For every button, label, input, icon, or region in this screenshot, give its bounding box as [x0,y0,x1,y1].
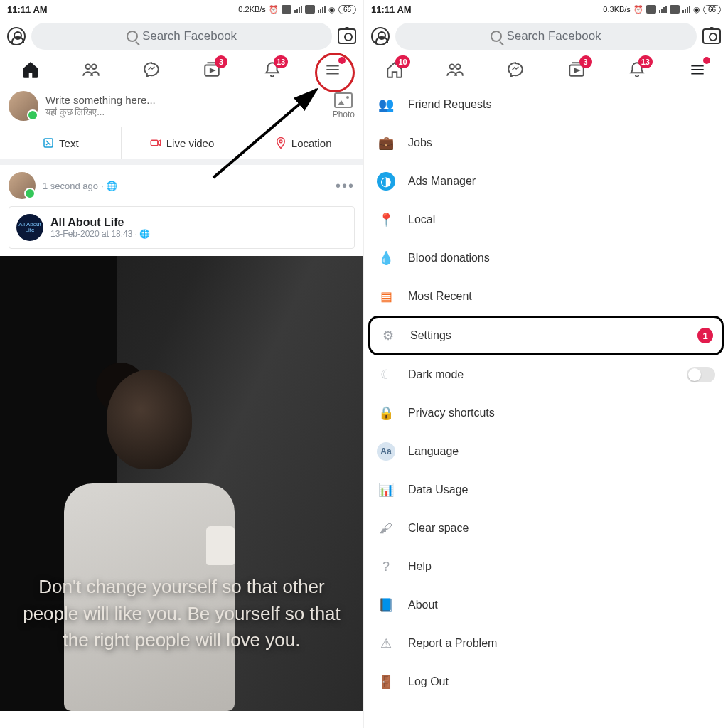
tab-videos[interactable]: 3 [562,55,591,84]
menu-item-language[interactable]: AaLanguage [364,432,728,471]
menu-label: Report a Problem [408,637,497,650]
tab-notifications[interactable]: 13 [258,55,287,84]
menu-item-report-a-problem[interactable]: ⚠Report a Problem [364,624,728,663]
menu-label: Privacy shortcuts [408,407,495,419]
photo-icon [334,92,353,108]
composer-placeholder[interactable]: Write something here... यहां कुछ लिखिए..… [46,93,326,119]
menu-item-settings[interactable]: ⚙Settings1 [368,316,724,355]
right-screen: 11:11 AM 0.3KB/s ⏰ ◉ 66 Search Facebook … [364,0,728,728]
menu-item-help[interactable]: ?Help [364,547,728,586]
menu-label: Help [408,560,432,573]
menu-label: Ads Manager [408,175,476,188]
tab-videos[interactable]: 3 [198,55,226,84]
tab-bar: 3 13 [0,54,363,85]
volte-icon [305,5,315,14]
signal-icon [294,6,302,13]
menu-item-clear-space[interactable]: 🖌Clear space [364,509,728,547]
composer-text-button[interactable]: Text [0,127,122,159]
search-icon [491,31,502,42]
menu-icon: ☾ [377,365,395,384]
menu-dot [703,57,710,64]
post-avatar[interactable] [9,172,36,199]
volte-icon [282,5,291,14]
search-input[interactable]: Search Facebook [31,23,332,50]
menu-item-friend-requests[interactable]: 👥Friend Requests [364,85,728,124]
menu-label: Most Recent [408,290,472,303]
svg-point-6 [279,140,282,143]
composer[interactable]: Write something here... यहां कुछ लिखिए..… [0,85,363,127]
search-placeholder: Search Facebook [506,29,601,43]
menu-icon: 💧 [377,249,395,267]
home-badge: 10 [395,55,410,68]
post-options-icon[interactable]: ••• [336,178,355,194]
menu-label: Data Usage [408,483,469,496]
tab-notifications[interactable]: 13 [623,55,651,84]
page-sub: 13-Feb-2020 at 18:43 · 🌐 [50,229,150,239]
tab-home[interactable]: 10 [380,55,409,84]
post-time: 1 second ago· 🌐 [43,181,117,191]
camera-icon[interactable] [338,28,356,44]
tab-messenger[interactable] [137,55,166,84]
menu-icon: 📍 [377,210,395,229]
signal-icon [682,6,690,13]
menu-item-data-usage[interactable]: 📊Data Usage [364,471,728,509]
search-input[interactable]: Search Facebook [395,23,697,50]
menu-item-blood-donations[interactable]: 💧Blood donations [364,239,728,277]
tab-friends[interactable] [441,55,469,84]
shared-post-card[interactable]: All About Life All About Life 13-Feb-202… [9,206,355,249]
menu-item-privacy-shortcuts[interactable]: 🔒Privacy shortcuts [364,394,728,432]
wifi-icon: ◉ [693,5,700,14]
menu-dot [338,57,346,64]
tab-friends[interactable] [77,55,105,84]
svg-point-1 [92,64,97,69]
tab-menu[interactable] [683,55,712,84]
menu-icon: ⚠ [377,634,395,653]
tab-messenger[interactable] [501,55,530,84]
battery-icon: 66 [338,5,356,14]
menu-item-ads-manager[interactable]: ◑Ads Manager [364,162,728,200]
menu-item-most-recent[interactable]: ▤Most Recent [364,277,728,316]
page-avatar: All About Life [16,214,43,241]
svg-point-0 [85,64,90,69]
search-placeholder: Search Facebook [142,29,237,43]
menu-item-log-out[interactable]: 🚪Log Out [364,663,728,701]
composer-location-button[interactable]: Location [242,127,363,159]
svg-rect-5 [151,140,158,146]
tab-home[interactable] [16,55,45,84]
tab-menu[interactable] [318,55,347,84]
notif-badge: 13 [638,55,653,68]
menu-item-dark-mode[interactable]: ☾Dark mode [364,355,728,394]
menu-icon: 📘 [377,596,395,614]
menu-label: Friend Requests [408,98,491,111]
battery-icon: 66 [703,5,721,14]
menu-label: Local [408,213,435,226]
videos-badge: 3 [579,55,592,68]
dark-mode-toggle[interactable] [687,367,715,382]
page-name: All About Life [50,216,150,229]
menu-icon: ▤ [377,287,395,306]
status-bar: 11:11 AM 0.3KB/s ⏰ ◉ 66 [364,0,728,18]
menu-icon: 💼 [377,134,395,152]
camera-icon[interactable] [702,28,721,44]
svg-point-8 [456,64,461,69]
profile-icon[interactable] [371,27,390,46]
menu-item-local[interactable]: 📍Local [364,200,728,239]
tab-bar: 10 3 13 [364,54,728,85]
user-avatar[interactable] [9,91,38,121]
menu-item-about[interactable]: 📘About [364,586,728,624]
composer-live-button[interactable]: Live video [122,127,243,159]
left-screen: 11:11 AM 0.2KB/s ⏰ ◉ 66 Search Facebook [0,0,364,728]
menu-label: Settings [410,329,451,342]
menu-label: Language [408,445,459,458]
photo-button[interactable]: Photo [333,92,355,119]
menu-label: Clear space [408,522,469,535]
menu-item-jobs[interactable]: 💼Jobs [364,124,728,162]
menu-badge: 1 [697,328,713,343]
post-image[interactable]: Don't change yourself so that other peop… [0,256,363,711]
status-speed: 0.2KB/s [238,5,266,14]
menu-icon: 🚪 [377,673,395,691]
divider [0,159,363,165]
profile-icon[interactable] [7,27,26,46]
menu-icon: ◑ [377,172,395,191]
menu-label: Blood donations [408,252,490,264]
